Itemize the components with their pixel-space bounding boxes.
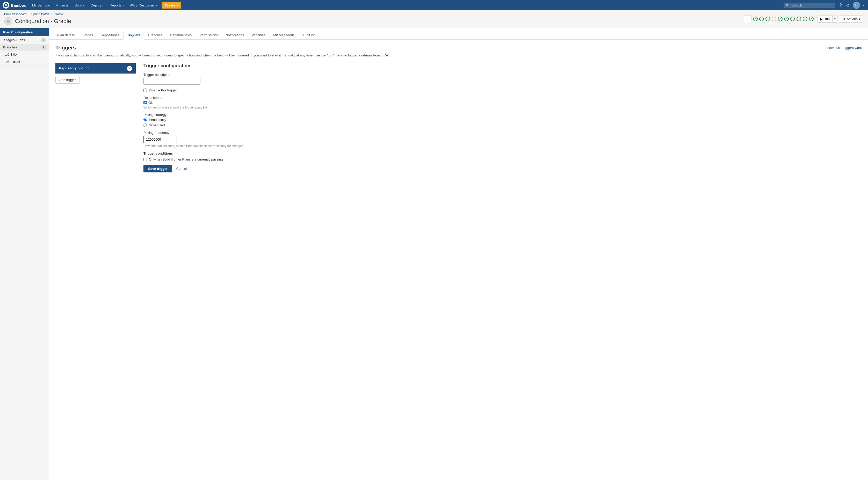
triggers-heading: Triggers How build triggers work bbox=[55, 45, 862, 51]
branch-icon-master: ⎇ bbox=[5, 60, 9, 64]
trigger-conditions-title: Trigger conditions bbox=[144, 152, 862, 155]
nav-search-box[interactable]: 🔍 bbox=[783, 3, 835, 8]
tab-audit-log[interactable]: Audit log bbox=[299, 31, 319, 40]
polling-scheduled-radio[interactable] bbox=[144, 124, 147, 127]
branch-icon-30x: ⎇ bbox=[5, 53, 9, 57]
bamboo-logo[interactable]: B Bamboo bbox=[3, 2, 26, 8]
run-dropdown-arrow[interactable]: ▾ bbox=[833, 15, 837, 23]
nav-icon-group: ? ⚙ U ▾ bbox=[838, 2, 865, 9]
polling-frequency-hint: How often (in seconds) should Bamboo che… bbox=[144, 144, 862, 148]
build-status-8[interactable]: ✓ bbox=[797, 17, 801, 21]
nav-aws-resources[interactable]: AWS Resources ▾ bbox=[127, 0, 159, 10]
run-button[interactable]: ▶ Run bbox=[817, 15, 833, 23]
sidebar-branch-30x[interactable]: ⎇ 3.0.x bbox=[0, 51, 49, 58]
tab-miscellaneous[interactable]: Miscellaneous bbox=[269, 31, 298, 40]
polling-scheduled-label: Scheduled bbox=[149, 123, 165, 127]
sidebar-branch-master[interactable]: ⎇ master bbox=[0, 58, 49, 65]
bamboo-logo-icon: B bbox=[3, 2, 9, 8]
nav-my-bamboo[interactable]: My Bamboo bbox=[30, 0, 53, 10]
disable-trigger-checkbox[interactable] bbox=[144, 89, 147, 92]
triggers-description: If you want Bamboo to start this plan au… bbox=[55, 53, 862, 58]
nav-create-button[interactable]: Create ▾ bbox=[162, 2, 181, 8]
build-status-5[interactable]: ✓ bbox=[778, 17, 782, 21]
tab-notifications[interactable]: Notifications bbox=[222, 31, 248, 40]
polling-frequency-label: Polling frequency bbox=[144, 131, 862, 135]
sidebar: Plan Configuration Stages & jobs 1 Branc… bbox=[0, 28, 49, 480]
tab-permissions[interactable]: Permissions bbox=[195, 31, 222, 40]
jira-link[interactable]: trigger a release from JIRA. bbox=[348, 53, 389, 57]
build-prev-button[interactable]: ← bbox=[743, 15, 751, 22]
disable-trigger-row: Disable this trigger bbox=[144, 88, 862, 92]
sidebar-branches-section[interactable]: Branches 2 bbox=[0, 44, 49, 51]
help-icon[interactable]: ? bbox=[838, 2, 843, 8]
add-trigger-button[interactable]: Add trigger bbox=[55, 76, 80, 84]
tab-branches[interactable]: Branches bbox=[144, 31, 166, 40]
trigger-config-title: Trigger configuration bbox=[144, 63, 862, 69]
breadcrumb-spring-batch[interactable]: Spring Batch bbox=[31, 12, 49, 16]
tab-variables[interactable]: Variables bbox=[248, 31, 269, 40]
build-status-1[interactable]: ✓ bbox=[753, 17, 758, 21]
polling-frequency-input[interactable] bbox=[144, 136, 177, 143]
polling-periodically-radio[interactable] bbox=[144, 118, 147, 121]
tab-dependencies[interactable]: Dependencies bbox=[166, 31, 195, 40]
disable-trigger-group: Disable this trigger bbox=[144, 88, 862, 92]
how-triggers-link[interactable]: How build triggers work bbox=[827, 46, 862, 50]
sidebar-plan-config[interactable]: Plan Configuration bbox=[0, 28, 49, 36]
avatar-dropdown-arrow[interactable]: ▾ bbox=[862, 3, 865, 8]
trigger-description-label: Trigger description bbox=[144, 73, 862, 77]
build-status-6[interactable]: ✓ bbox=[784, 17, 789, 21]
build-status-2[interactable]: ✓ bbox=[759, 17, 764, 21]
trigger-conditions-group: Trigger conditions Only run Build if oth… bbox=[144, 152, 862, 161]
actions-arrow: ▾ bbox=[859, 17, 861, 21]
conditions-label: Only run Build if other Plans are curren… bbox=[149, 157, 223, 161]
repositories-group: Repositories Git Which repositories shou… bbox=[144, 96, 862, 109]
nav-create-arrow: ▾ bbox=[176, 3, 178, 7]
breadcrumb-area: Build dashboard / Spring Batch / Gradle … bbox=[4, 12, 71, 25]
nav-build[interactable]: Build ▾ bbox=[72, 0, 87, 10]
breadcrumb-sep1: / bbox=[29, 12, 30, 16]
trigger-list: Repository polling ✕ Add trigger bbox=[55, 63, 136, 176]
search-input[interactable] bbox=[792, 3, 833, 7]
breadcrumb-build-dashboard[interactable]: Build dashboard bbox=[4, 12, 27, 16]
tab-repositories[interactable]: Repositories bbox=[97, 31, 123, 40]
sidebar-item-stages-jobs[interactable]: Stages & jobs 1 bbox=[0, 36, 49, 44]
trigger-item-repository-polling[interactable]: Repository polling ✕ bbox=[55, 63, 136, 73]
nav-reports[interactable]: Reports ▾ bbox=[107, 0, 127, 10]
settings-icon[interactable]: ⚙ bbox=[845, 2, 851, 9]
repos-hint: Which repositories should the trigger ap… bbox=[144, 106, 862, 109]
nav-reports-arrow: ▾ bbox=[122, 4, 124, 7]
git-repo-row: Git bbox=[144, 101, 862, 105]
nav-deploy[interactable]: Deploy ▾ bbox=[88, 0, 106, 10]
trigger-close-button[interactable]: ✕ bbox=[127, 66, 132, 71]
polling-frequency-group: Polling frequency How often (in seconds)… bbox=[144, 131, 862, 148]
build-status-7[interactable]: ✓ bbox=[790, 17, 795, 21]
trigger-description-input[interactable] bbox=[144, 78, 200, 85]
stages-jobs-label: Stages & jobs bbox=[4, 38, 25, 42]
cancel-link[interactable]: Cancel bbox=[176, 167, 187, 171]
polling-strategy-label: Polling strategy bbox=[144, 113, 862, 117]
nav-projects[interactable]: Projects bbox=[54, 0, 71, 10]
build-status-4[interactable]: ! bbox=[772, 17, 776, 21]
plan-icon: ⚙ bbox=[4, 17, 12, 25]
tab-plan-details[interactable]: Plan details bbox=[53, 31, 79, 40]
svg-text:⚙: ⚙ bbox=[7, 19, 10, 23]
tab-triggers[interactable]: Triggers bbox=[123, 31, 144, 40]
top-navigation: B Bamboo My Bamboo Projects Build ▾ Depl… bbox=[0, 0, 868, 10]
user-avatar[interactable]: U bbox=[853, 2, 860, 9]
polling-periodically-row: Periodically bbox=[144, 118, 862, 122]
actions-button[interactable]: ⚙ Actions ▾ bbox=[839, 15, 864, 23]
tab-stages[interactable]: Stages bbox=[79, 31, 97, 40]
breadcrumb-gradle[interactable]: Gradle bbox=[54, 12, 63, 16]
polling-scheduled-row: Scheduled bbox=[144, 123, 862, 127]
git-repo-label: Git bbox=[148, 101, 153, 105]
build-status-9[interactable]: ✓ bbox=[803, 17, 807, 21]
build-status-3[interactable]: ✓ bbox=[766, 17, 770, 21]
nav-aws-arrow: ▾ bbox=[156, 4, 157, 7]
stages-jobs-badge: 1 bbox=[41, 38, 46, 42]
git-repo-checkbox[interactable] bbox=[144, 101, 147, 104]
save-trigger-button[interactable]: Save trigger bbox=[144, 165, 172, 172]
build-status-10[interactable]: ✓ bbox=[809, 17, 814, 21]
tabs-bar: Plan details Stages Repositories Trigger… bbox=[49, 28, 868, 40]
conditions-checkbox-row: Only run Build if other Plans are curren… bbox=[144, 157, 862, 161]
conditions-checkbox[interactable] bbox=[144, 158, 147, 161]
